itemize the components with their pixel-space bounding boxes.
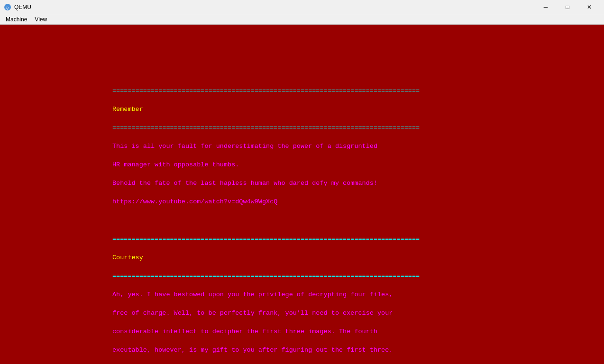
- maximize-button[interactable]: □: [557, 0, 578, 14]
- menu-view[interactable]: View: [31, 15, 51, 24]
- separator-2: ========================================…: [112, 124, 420, 131]
- separator-3: ========================================…: [112, 236, 420, 243]
- courtesy-line-4: exeutable, however, is my gift to you af…: [112, 346, 393, 354]
- title-bar-left: Q QEMU: [4, 3, 31, 11]
- qemu-screen[interactable]: ========================================…: [0, 25, 604, 364]
- remember-line-2: HR manager with opposable thumbs.: [112, 161, 239, 168]
- close-button[interactable]: ✕: [578, 0, 600, 14]
- section-courtesy-title: Courtesy: [112, 254, 143, 261]
- separator-4: ========================================…: [112, 273, 420, 280]
- section-remember-title: Remember: [112, 106, 143, 113]
- courtesy-line-1: Ah, yes. I have bestowed upon you the pr…: [112, 291, 393, 298]
- remember-url: https://www.youtube.com/watch?v=dQw4w9Wg…: [112, 198, 277, 205]
- remember-line-1: This is all your fault for underestimati…: [112, 143, 377, 150]
- svg-text:Q: Q: [6, 6, 9, 10]
- menu-machine[interactable]: Machine: [2, 15, 31, 24]
- terminal-content: ========================================…: [112, 77, 420, 364]
- courtesy-line-3: considerable intellect to decipher the f…: [112, 328, 377, 335]
- window-title: QEMU: [14, 4, 31, 10]
- separator-1: ========================================…: [112, 87, 420, 94]
- title-bar: Q QEMU ─ □ ✕: [0, 0, 604, 14]
- courtesy-line-2: free of charge. Well, to be perfectly fr…: [112, 309, 393, 317]
- qemu-icon: Q: [4, 3, 11, 11]
- remember-line-3: Behold the fate of the last hapless huma…: [112, 180, 377, 187]
- minimize-button[interactable]: ─: [535, 0, 557, 14]
- menu-bar: Machine View: [0, 14, 604, 25]
- title-bar-controls: ─ □ ✕: [535, 0, 600, 14]
